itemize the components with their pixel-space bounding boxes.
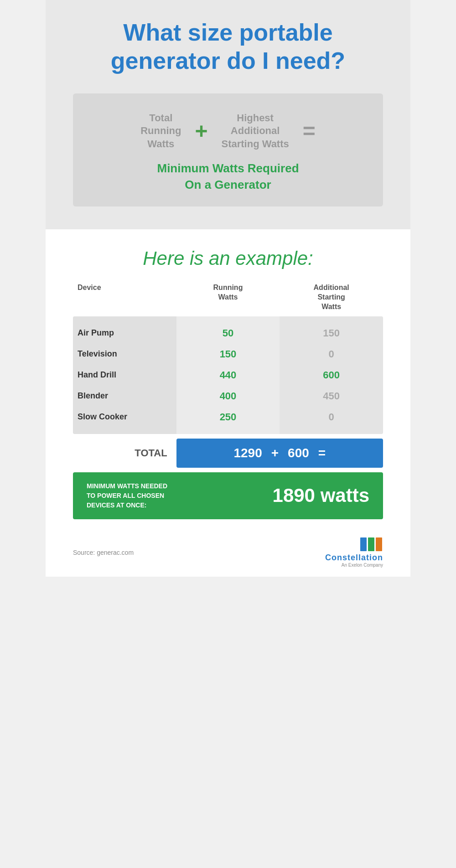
logo-area: Constellation An Exelon Company	[325, 537, 383, 568]
device-air-pump: Air Pump	[78, 323, 172, 343]
col-header-device: Device	[73, 283, 176, 311]
formula-result: Minimum Watts Required On a Generator	[157, 160, 299, 193]
device-blender: Blender	[78, 386, 172, 406]
constellation-logo-icon	[360, 537, 383, 551]
device-slow-cooker: Slow Cooker	[78, 407, 172, 427]
term-running-watts: Total Running Watts	[140, 112, 181, 151]
total-running: 1290	[233, 446, 262, 460]
plus-operator: +	[195, 120, 207, 142]
col-header-starting: AdditionalStartingWatts	[280, 283, 383, 311]
formula-row: Total Running Watts + Highest Additional…	[140, 112, 316, 151]
table-wrapper: Device RunningWatts AdditionalStartingWa…	[73, 283, 383, 519]
total-values: 1290 + 600 =	[176, 439, 383, 468]
total-row: TOTAL 1290 + 600 =	[73, 439, 383, 468]
running-col: 50 150 440 400 250	[176, 316, 280, 434]
data-table-inner: Air Pump Television Hand Drill Blender S…	[73, 316, 383, 434]
footer: Source: generac.com Constellation An Exe…	[46, 528, 410, 577]
data-table: Air Pump Television Hand Drill Blender S…	[73, 316, 383, 434]
total-label: TOTAL	[73, 447, 176, 459]
starting-blender: 450	[284, 386, 378, 407]
device-television: Television	[78, 344, 172, 364]
svg-rect-2	[376, 537, 382, 551]
total-equals: =	[318, 446, 326, 460]
logo-flag	[360, 537, 383, 551]
total-plus: +	[271, 446, 279, 460]
svg-rect-0	[360, 537, 367, 551]
running-hand-drill: 440	[181, 365, 275, 386]
formula-area: Total Running Watts + Highest Additional…	[73, 93, 383, 207]
table-header-row: Device RunningWatts AdditionalStartingWa…	[73, 283, 383, 316]
logo-sub: An Exelon Company	[342, 563, 383, 568]
equals-operator: =	[303, 120, 316, 142]
device-col: Air Pump Television Hand Drill Blender S…	[73, 316, 176, 434]
col-header-running: RunningWatts	[176, 283, 280, 311]
min-watts-label: MINIMUM WATTS NEEDEDTO POWER ALL CHOSEND…	[87, 481, 264, 510]
starting-air-pump: 150	[284, 323, 378, 344]
total-starting: 600	[288, 446, 309, 460]
running-television: 150	[181, 344, 275, 365]
main-title: What size portable generator do I need?	[73, 18, 383, 75]
source-text: Source: generac.com	[73, 549, 134, 556]
starting-col: 150 0 600 450 0	[280, 316, 383, 434]
device-hand-drill: Hand Drill	[78, 365, 172, 385]
min-watts-value: 1890 watts	[273, 485, 369, 506]
bottom-section: Here is an example: Device RunningWatts …	[46, 229, 410, 528]
running-slow-cooker: 250	[181, 407, 275, 428]
svg-rect-1	[368, 537, 374, 551]
starting-slow-cooker: 0	[284, 407, 378, 428]
running-air-pump: 50	[181, 323, 275, 344]
top-section: What size portable generator do I need? …	[46, 0, 410, 229]
term-starting-watts: Highest Additional Starting Watts	[221, 112, 289, 151]
example-title: Here is an example:	[73, 248, 383, 269]
min-watts-box: MINIMUM WATTS NEEDEDTO POWER ALL CHOSEND…	[73, 472, 383, 519]
starting-hand-drill: 600	[284, 365, 378, 386]
logo-name: Constellation	[325, 553, 383, 563]
running-blender: 400	[181, 386, 275, 407]
starting-television: 0	[284, 344, 378, 365]
